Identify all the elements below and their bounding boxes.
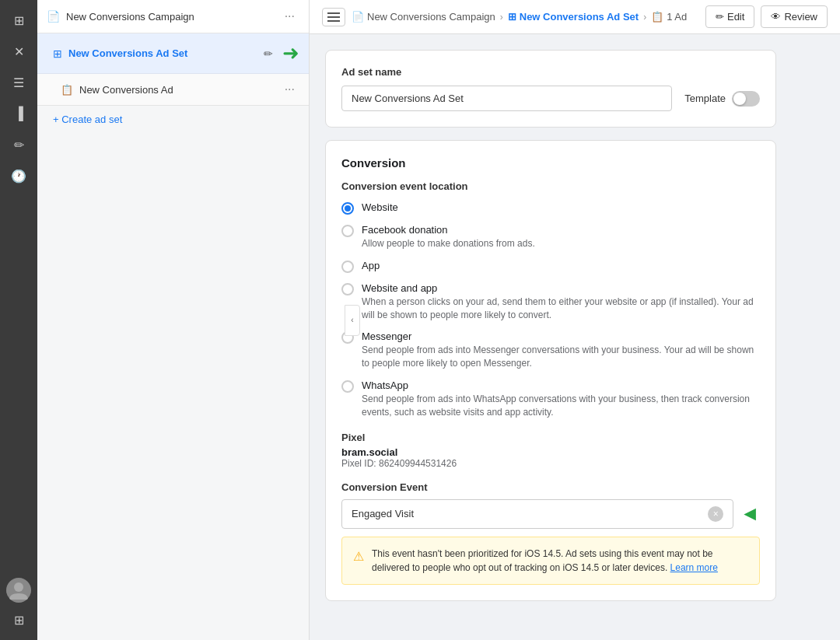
clear-icon: ×: [713, 509, 719, 519]
warning-box: ⚠ This event hasn't been prioritized for…: [341, 537, 760, 585]
create-adset-row[interactable]: + Create ad set: [37, 106, 309, 133]
radio-messenger-desc: Send people from ads into Messenger conv…: [362, 344, 760, 370]
radio-website-and-app-label: Website and app: [362, 282, 760, 294]
breadcrumb-campaign-icon: 📄: [352, 11, 364, 23]
radio-website-label: Website: [362, 201, 398, 213]
campaign-icon: 📄: [47, 10, 60, 23]
breadcrumb-ad[interactable]: 📋 1 Ad: [651, 11, 687, 23]
radio-whatsapp-text: WhatsApp Send people from ads into Whats…: [362, 379, 760, 419]
pixel-title: Pixel: [341, 432, 760, 443]
conversion-event-label: Conversion Event: [341, 481, 760, 493]
conversion-title: Conversion: [341, 156, 760, 170]
campaign-sidebar: 📄 New Conversions Campaign ··· ⊞ New Con…: [37, 0, 310, 640]
edit-button[interactable]: ✏ Edit: [705, 5, 754, 28]
event-location-label: Conversion event location: [341, 180, 760, 192]
name-row: Template: [341, 86, 760, 111]
pixel-id: Pixel ID: 862409944531426: [341, 458, 760, 469]
radio-whatsapp-desc: Send people from ads into WhatsApp conve…: [362, 393, 760, 419]
template-toggle-row: Template: [684, 91, 760, 107]
create-adset-label: + Create ad set: [53, 114, 122, 125]
event-select-value: Engaged Visit: [352, 508, 708, 519]
form-area: Ad set name Template Conversion Conversi…: [310, 34, 840, 640]
ad-more-button[interactable]: ···: [280, 81, 299, 98]
event-clear-button[interactable]: ×: [708, 506, 723, 522]
home-icon[interactable]: ⊞: [5, 6, 33, 34]
svg-rect-1: [327, 12, 340, 14]
adset-name-card: Ad set name Template: [325, 50, 776, 128]
review-label: Review: [784, 11, 817, 23]
breadcrumb-campaign[interactable]: 📄 New Conversions Campaign: [352, 11, 495, 23]
radio-whatsapp-label: WhatsApp: [362, 379, 760, 391]
conversion-event-section: Conversion Event Engaged Visit × ◄ ⚠: [341, 481, 760, 585]
sidebar-collapse-button[interactable]: ‹: [345, 305, 360, 336]
conversion-card: Conversion Conversion event location Web…: [325, 140, 776, 601]
svg-point-0: [14, 582, 23, 592]
campaign-row[interactable]: 📄 New Conversions Campaign ···: [37, 0, 309, 33]
ad-row[interactable]: 📋 New Conversions Ad ···: [37, 74, 309, 106]
green-arrow-conversion-event: ◄: [740, 502, 760, 526]
breadcrumb-sep-2: ›: [643, 12, 646, 23]
svg-rect-2: [327, 16, 340, 18]
template-label: Template: [684, 93, 726, 104]
breadcrumb-sep-1: ›: [500, 12, 503, 23]
warning-icon: ⚠: [353, 547, 364, 566]
radio-website-and-app[interactable]: Website and app When a person clicks on …: [341, 282, 760, 322]
breadcrumb-campaign-label: New Conversions Campaign: [367, 11, 495, 23]
warning-message: This event hasn't been prioritized for i…: [372, 548, 713, 573]
campaign-name: New Conversions Campaign: [66, 11, 274, 23]
event-select-row[interactable]: Engaged Visit ×: [341, 499, 733, 529]
radio-app[interactable]: App: [341, 260, 760, 273]
pixel-section: Pixel bram.social Pixel ID: 862409944531…: [341, 432, 760, 469]
pixel-name: bram.social: [341, 446, 760, 458]
radio-facebook-donation-label: Facebook donation: [362, 224, 535, 236]
adset-name: New Conversions Ad Set: [68, 47, 257, 59]
top-bar-actions: ✏ Edit 👁 Review: [705, 5, 828, 28]
breadcrumb-adset[interactable]: ⊞ New Conversions Ad Set: [508, 11, 639, 23]
edit-icon-btn: ✏: [716, 11, 724, 23]
eye-icon: 👁: [771, 11, 781, 23]
radio-app-text: App: [362, 260, 380, 271]
svg-rect-3: [327, 20, 340, 22]
clock-icon[interactable]: 🕐: [5, 162, 33, 190]
chart-icon[interactable]: ▐: [5, 100, 33, 128]
campaign-more-button[interactable]: ···: [280, 8, 299, 25]
edit-icon[interactable]: ✏: [5, 131, 33, 159]
ad-icon: 📋: [61, 84, 73, 96]
adset-name-label: Ad set name: [341, 66, 760, 78]
green-arrow-adset: ➜: [282, 41, 299, 65]
radio-website[interactable]: Website: [341, 201, 760, 215]
ad-name: New Conversions Ad: [79, 84, 274, 96]
adset-row[interactable]: ⊞ New Conversions Ad Set ✏ ➜: [37, 33, 309, 74]
toggle-knob: [733, 93, 746, 105]
radio-messenger-label: Messenger: [362, 330, 760, 342]
radio-messenger[interactable]: Messenger Send people from ads into Mess…: [341, 330, 760, 370]
breadcrumb: 📄 New Conversions Campaign › ⊞ New Conve…: [352, 11, 699, 23]
radio-app-label: App: [362, 260, 380, 271]
radio-website-and-app-desc: When a person clicks on your ad, send th…: [362, 296, 760, 322]
radio-website-circle[interactable]: [341, 202, 354, 215]
radio-whatsapp[interactable]: WhatsApp Send people from ads into Whats…: [341, 379, 760, 419]
toggle-sidebar-button[interactable]: [322, 8, 345, 26]
menu-icon[interactable]: ☰: [5, 68, 33, 96]
edit-label: Edit: [727, 11, 744, 23]
radio-whatsapp-circle[interactable]: [341, 380, 354, 393]
radio-website-and-app-circle[interactable]: [341, 283, 354, 296]
breadcrumb-adset-icon: ⊞: [508, 11, 516, 23]
template-toggle[interactable]: [732, 91, 760, 107]
radio-facebook-donation[interactable]: Facebook donation Allow people to make d…: [341, 224, 760, 250]
warning-text: This event hasn't been prioritized for i…: [372, 547, 748, 575]
breadcrumb-ad-label: 1 Ad: [667, 11, 687, 23]
adset-name-input[interactable]: [341, 86, 672, 111]
learn-more-link[interactable]: Learn more: [670, 562, 718, 573]
radio-app-circle[interactable]: [341, 261, 354, 273]
review-button[interactable]: 👁 Review: [761, 5, 828, 28]
radio-website-and-app-text: Website and app When a person clicks on …: [362, 282, 760, 322]
avatar[interactable]: [6, 578, 31, 603]
apps-grid-icon[interactable]: ⊞: [5, 606, 33, 634]
adset-edit-icon[interactable]: ✏: [264, 47, 273, 60]
close-icon[interactable]: ✕: [5, 37, 33, 65]
conversion-radio-group: Website Facebook donation Allow people t…: [341, 201, 760, 419]
radio-facebook-donation-circle[interactable]: [341, 225, 354, 237]
event-row-wrapper: Engaged Visit × ◄: [341, 499, 760, 529]
main-content: 📄 New Conversions Campaign › ⊞ New Conve…: [310, 0, 840, 640]
